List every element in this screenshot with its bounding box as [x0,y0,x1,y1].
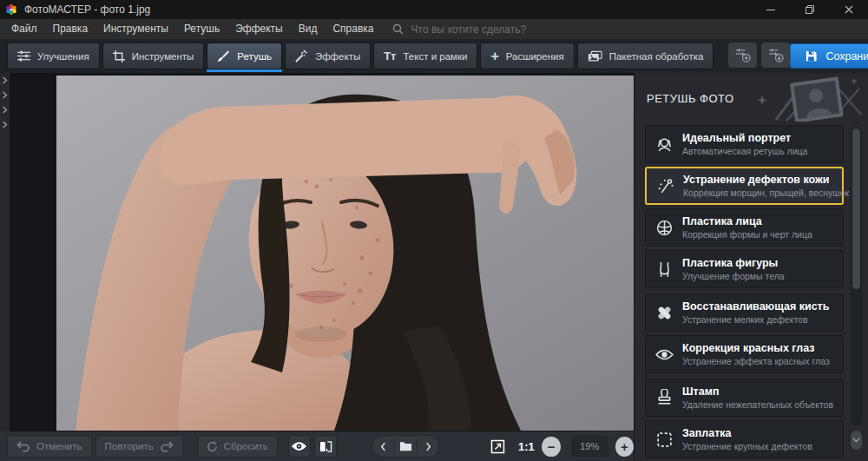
import-preset-button[interactable] [761,43,790,68]
sliders-download-icon [768,48,784,63]
redo-label: Повторить [105,441,154,451]
zoom-level-value: 19% [580,441,599,451]
app-logo-icon [5,3,17,16]
healing-brush-icon [655,304,674,322]
tab-batch-processing[interactable]: Пакетная обработка [577,43,714,69]
sidebar-title: РЕТУШЬ ФОТО [647,92,734,105]
tool-title: Идеальный портрет [682,132,807,144]
tab-label: Ретушь [237,51,272,62]
redo-button[interactable]: Повторить [95,435,183,458]
open-folder-button[interactable] [395,436,417,457]
scrollbar-thumb[interactable] [852,128,860,289]
tab-extensions[interactable]: + Расширения [480,43,574,69]
tool-face-plastic[interactable]: Пластика лица Коррекция формы и черт лиц… [645,208,844,247]
zoom-in-icon: + [621,440,628,453]
menu-tools[interactable]: Инструменты [95,19,176,39]
skin-defects-icon [656,177,674,195]
add-preset-button[interactable] [728,43,757,68]
sidebar-scrollbar[interactable] [851,127,862,425]
tool-subtitle: Улучшение формы тела [682,271,785,281]
chevron-down-icon [852,438,860,443]
search-input[interactable] [410,23,601,36]
tool-subtitle: Устранение крупных дефектов [682,441,812,451]
photo-canvas[interactable] [56,76,635,431]
restore-button[interactable] [790,0,829,19]
tool-subtitle: Устранение эффекта красных глаз [682,356,830,366]
minimize-icon [766,10,775,10]
tool-title: Восстанавливающая кисть [682,300,829,313]
menu-edit[interactable]: Правка [45,19,96,39]
panel-expander-chevron[interactable] [2,91,8,99]
red-eye-icon [655,348,674,361]
tab-effects[interactable]: Эффекты [285,43,371,69]
tool-body-plastic[interactable]: Пластика фигуры Улучшение формы тела [645,250,844,288]
panel-expander-chevron[interactable] [2,76,8,84]
zoom-out-icon: − [548,440,556,453]
batch-icon [588,50,602,63]
tool-skin-defects[interactable]: Устранение дефектов кожи Коррекция морщи… [645,167,844,205]
close-icon [845,5,853,14]
search-box [392,23,601,36]
tool-subtitle: Коррекция формы и черт лица [682,229,812,240]
tool-red-eye[interactable]: Коррекция красных глаз Устранение эффект… [645,335,844,373]
title-bar: ФотоМАСТЕР - фото 1.jpg [0,0,868,19]
tab-retouch[interactable]: Ретушь [207,43,282,69]
fit-screen-button[interactable] [487,435,508,458]
fit-screen-icon [490,439,505,454]
menu-file[interactable]: Файл [3,19,45,39]
zoom-in-button[interactable]: + [615,437,634,457]
menu-effects[interactable]: Эффекты [227,19,291,39]
editor-canvas [10,73,634,431]
scroll-down-button[interactable] [851,431,862,450]
menu-view[interactable]: Вид [291,19,326,39]
next-photo-button[interactable] [418,436,439,457]
actual-size-label: 1:1 [518,440,535,453]
tool-patch[interactable]: Заплатка Устранение крупных дефектов [645,420,844,458]
tool-subtitle: Автоматическая ретушь лица [682,146,807,156]
retouch-sidebar: РЕТУШЬ ФОТО Идеальный портрет [634,73,868,461]
tab-label: Пакетная обработка [609,51,704,62]
prev-photo-button[interactable] [372,436,394,457]
menu-help[interactable]: Справка [325,19,381,39]
left-panel-strip [0,73,10,431]
tool-healing-brush[interactable]: Восстанавливающая кисть Устранение мелки… [645,293,844,332]
undo-button[interactable]: Отменить [7,435,92,458]
magic-wand-icon [295,49,308,63]
tab-enhancements[interactable]: Улучшения [7,43,100,69]
body-plastic-icon [655,260,674,279]
close-button[interactable] [829,0,868,19]
redo-icon [160,441,174,452]
show-original-button[interactable] [288,435,311,458]
actual-size-button[interactable]: 1:1 [515,435,537,458]
tool-subtitle: Коррекция морщин, прыщей, веснушек [683,188,849,198]
tool-subtitle: Удаление нежелательных объектов [682,399,833,410]
panel-expander-chevron[interactable] [2,121,8,128]
portrait-icon [655,135,674,154]
tab-text-frames[interactable]: Tт Текст и рамки [373,43,477,69]
tab-label: Инструменты [132,51,194,62]
tool-perfect-portrait[interactable]: Идеальный портрет Автоматическая ретушь … [645,125,844,163]
menu-retouch[interactable]: Ретушь [176,19,227,39]
tool-title: Штамп [682,385,833,398]
minimize-button[interactable] [751,0,790,19]
tool-title: Заплатка [682,427,812,439]
retouch-decoration-image [752,75,865,122]
reset-icon [207,441,218,452]
status-bar: Отменить Повторить Сбросить [0,431,634,461]
tab-label: Улучшения [37,51,89,62]
compare-button[interactable] [314,435,337,458]
tab-tools[interactable]: Инструменты [102,43,205,69]
reset-label: Сбросить [224,441,268,451]
reset-button[interactable]: Сбросить [197,435,278,458]
tool-title: Пластика лица [682,215,812,227]
zoom-out-button[interactable]: − [542,437,560,457]
panel-expander-chevron[interactable] [2,106,8,114]
tool-title: Пластика фигуры [682,257,785,269]
tool-stamp[interactable]: Штамп Удаление нежелательных объектов [645,379,844,417]
stamp-icon [655,389,674,407]
chevron-right-icon [425,442,431,451]
tab-label: Эффекты [315,51,360,62]
save-button[interactable]: Сохранить [790,43,868,69]
plus-icon: + [490,49,498,64]
chevron-left-icon [380,442,386,451]
